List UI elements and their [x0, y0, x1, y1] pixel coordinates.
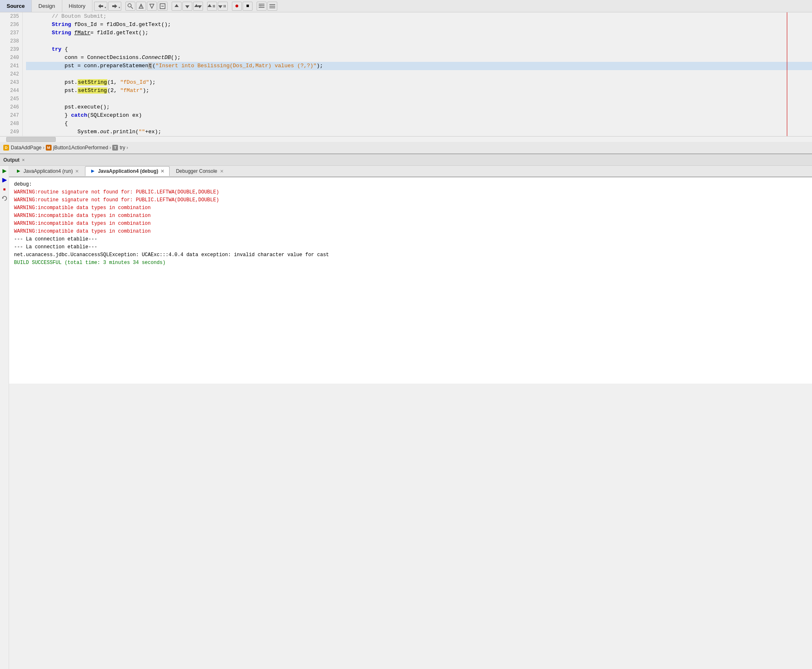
svg-marker-31 — [17, 170, 20, 173]
output-tabs: JavaApplication4 (run) ✕ JavaApplication… — [9, 166, 812, 177]
out-line-6: WARNING:incompatible data types in combi… — [14, 228, 807, 236]
svg-rect-3 — [112, 5, 115, 7]
line-num-239: 239 — [3, 45, 19, 54]
code-line-243: pst.setString(1, "fDos_Id"); — [26, 78, 812, 87]
svg-marker-12 — [185, 5, 189, 8]
breadcrumb-item-2[interactable]: M jButton1ActionPerformed — [46, 145, 108, 151]
code-line-245 — [26, 95, 812, 103]
line-num-236: 236 — [3, 21, 19, 29]
tab-history[interactable]: History — [62, 0, 92, 12]
line-numbers: 235 236 237 238 239 240 241 242 243 244 … — [0, 12, 23, 136]
breadcrumb-item-1[interactable]: D DataAddPage — [3, 145, 42, 151]
tab-run[interactable]: JavaApplication4 (run) ✕ — [11, 166, 84, 176]
prev-occ-btn[interactable] — [172, 2, 182, 11]
rerun-icon[interactable] — [1, 195, 8, 202]
debug-run-icon[interactable] — [1, 177, 8, 184]
output-left-sidebar: ■ — [0, 166, 9, 669]
output-main: JavaApplication4 (run) ✕ JavaApplication… — [9, 166, 812, 669]
line-num-247: 247 — [3, 111, 19, 120]
code-line-246: pst.execute(); — [26, 103, 812, 111]
back-button[interactable]: ▾ — [94, 2, 107, 11]
run-icon[interactable] — [1, 167, 8, 175]
line-num-249: 249 — [3, 128, 19, 136]
prev-bookmark-btn[interactable] — [136, 2, 146, 11]
out-line-10: BUILD SUCCESSFUL (total time: 3 minutes … — [14, 259, 807, 267]
diff1-btn[interactable] — [257, 2, 267, 11]
svg-marker-8 — [150, 4, 154, 8]
tab-debug-close[interactable]: ✕ — [161, 169, 164, 174]
search-icon-btn[interactable] — [125, 2, 135, 11]
code-line-237: String fMatr= fldId.getText(); — [26, 29, 812, 37]
toolbar-buttons: ▾ ▾ — [92, 2, 279, 11]
tab-design[interactable]: Design — [32, 0, 62, 12]
svg-rect-1 — [101, 5, 103, 7]
try-icon: T — [112, 145, 118, 151]
tab-source[interactable]: Source — [0, 0, 32, 12]
tab-debugger-console[interactable]: Debugger Console ✕ — [170, 166, 229, 176]
svg-marker-32 — [91, 170, 94, 173]
stop-btn[interactable]: ■ — [243, 2, 253, 11]
svg-marker-30 — [2, 197, 4, 199]
next-match-btn[interactable] — [218, 2, 228, 11]
tab-run-close[interactable]: ✕ — [75, 169, 79, 174]
svg-marker-18 — [218, 5, 222, 8]
next-occ-btn[interactable] — [182, 2, 192, 11]
stop-output-icon[interactable]: ■ — [1, 186, 8, 193]
breadcrumb-label-3[interactable]: try — [120, 145, 125, 151]
breadcrumb-item-3[interactable]: T try — [112, 145, 125, 151]
svg-marker-2 — [115, 4, 117, 8]
toggle-occ-btn[interactable] — [193, 2, 203, 11]
diff2-btn[interactable] — [267, 2, 277, 11]
out-line-9: net.ucanacess.jdbc.UcanaccessSQLExceptio… — [14, 251, 807, 259]
svg-point-4 — [128, 4, 131, 7]
method-icon: M — [46, 145, 52, 151]
toolbar: Source Design History ▾ ▾ — [0, 0, 812, 12]
line-num-245: 245 — [3, 95, 19, 103]
code-line-249: System.out.println(""+ex); — [26, 128, 812, 136]
code-lines[interactable]: // Bouton Submit; String fDos_Id = fldDo… — [23, 12, 812, 136]
code-line-242 — [26, 70, 812, 78]
out-line-5: WARNING:incompatible data types in combi… — [14, 220, 807, 228]
debug-tab-icon — [90, 169, 95, 174]
svg-marker-28 — [2, 169, 7, 173]
tab-run-label: JavaApplication4 (run) — [24, 168, 73, 174]
breadcrumb-label-1[interactable]: DataAddPage — [11, 145, 42, 151]
code-line-247: } catch(SQLException ex) — [26, 111, 812, 120]
breadcrumb-label-2[interactable]: jButton1ActionPerformed — [53, 145, 108, 151]
tab-debugger-close[interactable]: ✕ — [220, 169, 224, 174]
record-btn[interactable]: ● — [232, 2, 242, 11]
breadcrumb-chevron-1: › — [43, 145, 45, 151]
scrollbar-thumb[interactable] — [6, 137, 56, 142]
out-line-8: --- La connection etablie--- — [14, 243, 807, 251]
horizontal-scrollbar[interactable] — [0, 136, 812, 142]
forward-button[interactable]: ▾ — [108, 2, 121, 11]
code-container: 235 236 237 238 239 240 241 242 243 244 … — [0, 12, 812, 136]
line-num-238: 238 — [3, 37, 19, 45]
svg-marker-15 — [208, 4, 212, 7]
line-num-248: 248 — [3, 120, 19, 128]
output-title-label: Output — [3, 157, 22, 163]
line-num-243: 243 — [3, 78, 19, 87]
code-line-235: // Bouton Submit; — [26, 12, 812, 21]
tab-debugger-label: Debugger Console — [176, 168, 217, 174]
out-line-3: WARNING:incompatible data types in combi… — [14, 204, 807, 212]
toggle-fold-btn[interactable] — [158, 2, 168, 11]
line-num-240: 240 — [3, 54, 19, 62]
output-content: debug: WARNING:routine signature not fou… — [9, 177, 812, 384]
line-num-244: 244 — [3, 87, 19, 95]
out-line-4: WARNING:incompatible data types in combi… — [14, 212, 807, 220]
output-close-button[interactable]: ✕ — [22, 157, 25, 163]
out-line-1: WARNING:routine signature not found for:… — [14, 188, 807, 196]
dataaddpage-icon: D — [3, 145, 9, 151]
tab-debug[interactable]: JavaApplication4 (debug) ✕ — [85, 166, 170, 176]
breadcrumb-chevron-end: › — [126, 145, 128, 151]
next-bookmark-btn[interactable] — [147, 2, 157, 11]
line-num-237: 237 — [3, 29, 19, 37]
svg-marker-29 — [2, 178, 7, 182]
output-header: Output ✕ — [0, 154, 812, 166]
svg-marker-0 — [98, 4, 101, 8]
code-editor[interactable]: 235 236 237 238 239 240 241 242 243 244 … — [0, 12, 812, 142]
line-num-235: 235 — [3, 12, 19, 21]
output-section: Output ✕ ■ — [0, 154, 812, 669]
prev-match-btn[interactable] — [207, 2, 217, 11]
